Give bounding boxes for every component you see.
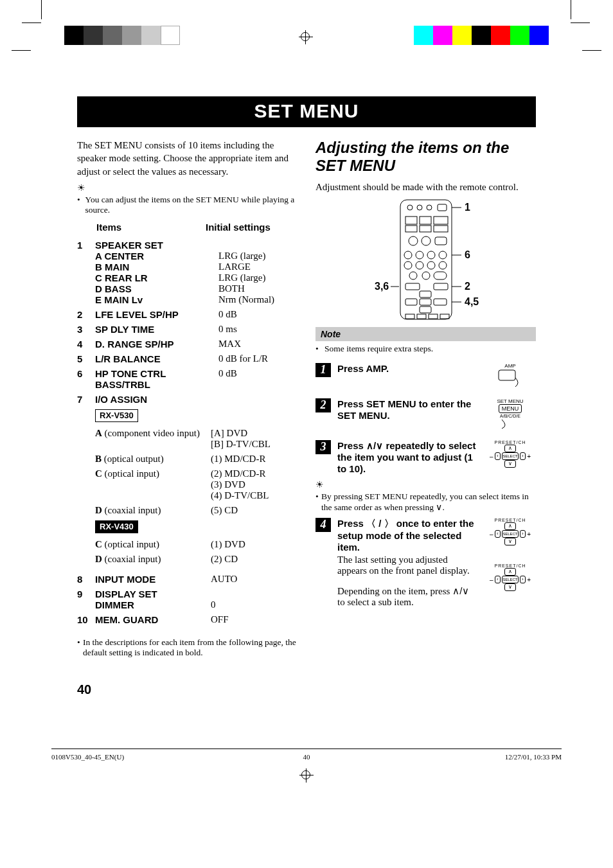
amp-button-icon: AMP [484,363,536,389]
svg-point-2 [417,205,422,210]
svg-rect-24 [434,272,447,279]
note-item: • Some items require extra steps. [315,344,536,354]
settings-table: 1 SPEAKER SET A CENTER B MAIN C REAR LR … [77,238,298,407]
footer: 0108V530_40-45_EN(U) 40 12/27/01, 10:33 … [51,748,562,786]
svg-rect-13 [435,237,447,245]
note-strip: Note [315,327,536,341]
callout-6: 6 [465,249,470,260]
step2-lead: Press SET MENU to enter the SET MENU. [337,398,471,421]
tip-step3: • By pressing SET MENU repeatedly, you c… [315,492,536,513]
page-content: SET MENU The SET MENU consists of 10 ite… [0,58,613,723]
up-down-icon: ∧/∨ [366,440,383,451]
table-row: 3SP DLY TIME0 ms [77,322,298,337]
svg-rect-7 [434,217,448,224]
step-3: 3 Press ∧/∨ repeatedly to select the ite… [315,440,536,475]
svg-point-19 [416,261,423,269]
down-icon: ∨ [436,502,442,512]
footer-file: 0108V530_40-45_EN(U) [51,753,222,761]
svg-rect-27 [420,291,431,297]
svg-point-17 [439,251,447,259]
svg-rect-31 [420,306,431,313]
step-number: 4 [315,518,331,532]
svg-rect-4 [438,204,447,211]
svg-rect-10 [434,226,448,232]
svg-rect-6 [420,217,431,224]
table-row: 1 SPEAKER SET A CENTER B MAIN C REAR LR … [77,238,298,307]
table-row: 10MEM. GUARDOFF [77,612,298,627]
table-row: 9DISPLAY SETDIMMER 0 [77,587,298,612]
footnote-text: In the descriptions for each item from t… [83,637,298,658]
col-initial: Initial settings [206,222,271,233]
svg-rect-33 [417,314,426,319]
svg-point-14 [404,251,412,259]
page-number: 40 [77,682,536,697]
intro-text: The SET MENU consists of 10 items includ… [77,139,298,178]
svg-rect-35 [440,314,449,319]
svg-rect-32 [405,314,414,319]
svg-point-18 [404,261,412,269]
table-row: 7I/O ASSIGN [77,392,298,407]
hint-icon [77,182,298,193]
svg-rect-5 [405,217,417,224]
crop-top [0,0,613,58]
step1-lead: Press AMP. [337,363,389,374]
hint-icon [315,479,536,490]
svg-point-11 [409,236,418,245]
svg-point-21 [439,261,447,269]
up-down-icon: ∧/∨ [452,585,469,596]
tip-left: • You can adjust the items on the SET ME… [77,195,298,215]
callout-1: 1 [465,202,470,213]
footer-timestamp: 12/27/01, 10:33 PM [391,753,562,761]
svg-rect-8 [405,226,417,232]
callout-2: 2 [465,281,470,292]
tip-left-text: You can adjust the items on the SET MENU… [85,195,298,215]
remote-diagram: 1 6 3,6 2 4,5 [315,199,536,321]
model-tag-530: RX-V530 [95,409,138,422]
svg-rect-25 [405,283,420,290]
page-title: SET MENU [77,96,536,127]
footer-page: 40 [222,753,392,761]
step-4: 4 Press 〈 / 〉 once to enter the setup mo… [315,518,536,608]
preset-pad-icon: PRESET/CH ∧ –‹SELECT›+ ∨ [484,440,536,468]
registration-mark [299,768,314,783]
callout-36: 3,6 [375,281,389,292]
step-number: 3 [315,440,331,454]
callout-45: 4,5 [465,296,479,307]
step-number: 1 [315,363,331,377]
model-tag-430: RX-V430 [95,520,138,533]
svg-rect-26 [434,283,448,290]
svg-rect-29 [420,299,431,305]
col-items: Items [96,222,206,233]
svg-rect-30 [434,299,447,305]
svg-point-22 [409,272,417,279]
step4-body: The last setting you adjusted appears on… [337,554,478,576]
svg-rect-9 [420,226,431,232]
table-row: 6HP TONE CTRL BASS/TRBL0 dB [77,366,298,392]
left-right-icon: 〈 / 〉 [366,518,394,529]
svg-point-12 [422,236,431,245]
svg-rect-34 [429,314,438,319]
setmenu-button-icon: SET MENU MENU A/B/C/D/E [484,398,536,431]
svg-rect-0 [400,200,452,319]
svg-point-3 [427,205,432,210]
svg-rect-41 [499,370,515,380]
row-name: SPEAKER SET [95,240,218,251]
step-1: 1 Press AMP. AMP [315,363,536,389]
svg-rect-28 [405,299,417,305]
table-row: 5L/R BALANCE0 dB for L/R [77,351,298,366]
table-header: Items Initial settings [77,222,298,233]
right-column: Adjusting the items on the SET MENU Adju… [315,139,536,663]
right-heading: Adjusting the items on the SET MENU [315,139,536,174]
svg-point-20 [427,261,435,269]
svg-point-15 [416,251,423,259]
step-2: 2 Press SET MENU to enter the SET MENU. … [315,398,536,431]
note-item-text: Some items require extra steps. [324,344,433,354]
table-row: 4D. RANGE SP/HPMAX [77,337,298,351]
svg-point-16 [427,251,435,259]
svg-point-1 [407,205,413,210]
step-number: 2 [315,398,331,412]
preset-pad-icon: PRESET/CH ∧ –‹SELECT›+ ∨ PRESET/CH ∧ –‹S… [484,518,536,591]
left-column: The SET MENU consists of 10 items includ… [77,139,298,663]
footnote: • In the descriptions for each item from… [77,637,298,658]
table-row: 8INPUT MODEAUTO [77,572,298,587]
